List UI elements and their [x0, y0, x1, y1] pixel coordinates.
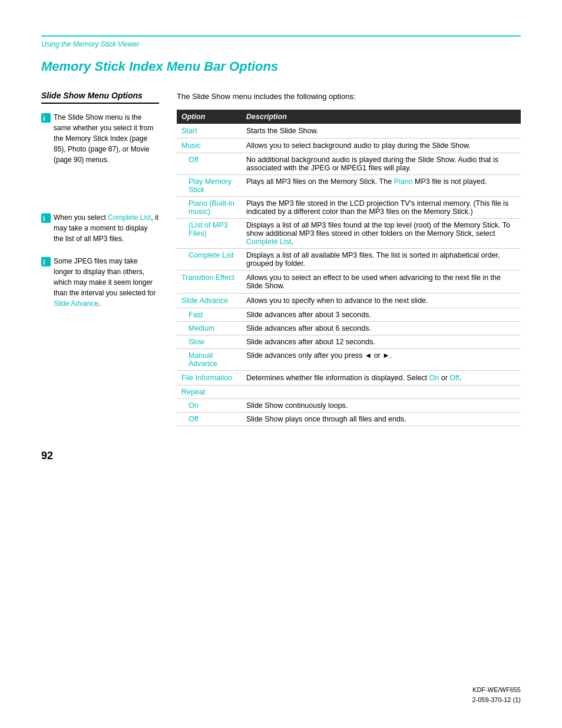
col-option-header: Option: [177, 110, 242, 124]
complete-list-link-table: Complete List: [246, 238, 291, 246]
table-row-list-mp3: (List of MP3 Files) Displays a list of a…: [177, 218, 521, 248]
piano-link: Piano: [394, 177, 413, 186]
option-slow: Slow: [177, 335, 242, 348]
note-icon-3: i: [41, 257, 51, 266]
desc-music-off: No additional background audio is played…: [242, 153, 521, 174]
option-music: Music: [177, 138, 242, 153]
table-row-piano: Piano (Built-in music) Plays the MP3 fil…: [177, 196, 521, 218]
desc-manual-advance: Slide advances only after you press ◄ or…: [242, 348, 521, 370]
desc-slow: Slide advances after about 12 seconds.: [242, 335, 521, 348]
desc-repeat-placeholder: [242, 385, 521, 398]
table-row-repeat-on: Repeat: [177, 385, 521, 398]
option-medium: Medium: [177, 321, 242, 335]
option-start: Start: [177, 124, 242, 139]
table-row-file-information: File Information Determines whether file…: [177, 370, 521, 385]
option-piano: Piano (Built-in music): [177, 196, 242, 218]
desc-transition-effect: Allows you to select an effect to be use…: [242, 270, 521, 293]
on-link: On: [429, 374, 439, 382]
option-fast: Fast: [177, 308, 242, 321]
options-table: Option Description Start Starts the Slid…: [177, 110, 521, 426]
option-repeat: Repeat: [177, 385, 242, 398]
table-row-transition-effect: Transition Effect Allows you to select a…: [177, 270, 521, 293]
table-row-medium: Medium Slide advances after about 6 seco…: [177, 321, 521, 335]
left-notes: i The Slide Show menu is the same whethe…: [41, 112, 159, 309]
desc-off: Slide Show plays once through all files …: [242, 412, 521, 426]
desc-list-mp3: Displays a list of all MP3 files found a…: [242, 218, 521, 248]
note-3: i Some JPEG files may take longer to dis…: [41, 256, 159, 309]
col-description-header: Description: [242, 110, 521, 124]
option-music-off: Off: [177, 153, 242, 174]
option-file-information: File Information: [177, 370, 242, 385]
note-2-text: When you select Complete List, it may ta…: [54, 212, 159, 244]
option-manual-advance: Manual Advance: [177, 348, 242, 370]
desc-play-memory-stick: Plays all MP3 files on the Memory Stick.…: [242, 174, 521, 196]
option-slide-advance: Slide Advance: [177, 293, 242, 308]
footer-line2: 2-059-370-12 (1): [472, 695, 521, 705]
table-row-slide-advance: Slide Advance Allows you to specify when…: [177, 293, 521, 308]
intro-text: The Slide Show menu includes the followi…: [177, 91, 521, 103]
option-play-memory-stick: Play Memory Stick: [177, 174, 242, 196]
page-number: 92: [41, 450, 521, 462]
option-complete-list: Complete List: [177, 248, 242, 270]
desc-medium: Slide advances after about 6 seconds.: [242, 321, 521, 335]
svg-text:i: i: [43, 214, 45, 223]
table-header-row: Option Description: [177, 110, 521, 124]
note-2: i When you select Complete List, it may …: [41, 212, 159, 244]
breadcrumb: Using the Memory Stick Viewer: [41, 40, 521, 48]
note-1-text: The Slide Show menu is the same whether …: [54, 112, 159, 165]
table-row-music-off: Off No additional background audio is pl…: [177, 153, 521, 174]
desc-slide-advance: Allows you to specify when to advance to…: [242, 293, 521, 308]
page-title: Memory Stick Index Menu Bar Options: [41, 59, 521, 74]
note-3-text: Some JPEG files may take longer to displ…: [54, 256, 159, 309]
table-row-start: Start Starts the Slide Show.: [177, 124, 521, 139]
desc-piano: Plays the MP3 file stored in the LCD pro…: [242, 196, 521, 218]
table-row-play-memory-stick: Play Memory Stick Plays all MP3 files on…: [177, 174, 521, 196]
right-column: The Slide Show menu includes the followi…: [177, 91, 521, 426]
desc-complete-list: Displays a list of all available MP3 fil…: [242, 248, 521, 270]
page: Using the Memory Stick Viewer Memory Sti…: [0, 0, 562, 728]
section-title: Slide Show Menu Options: [41, 91, 159, 104]
table-row-complete-list: Complete List Displays a list of all ava…: [177, 248, 521, 270]
table-row-music: Music Allows you to select background au…: [177, 138, 521, 153]
desc-music: Allows you to select background audio to…: [242, 138, 521, 153]
complete-list-link-note: Complete List: [108, 213, 151, 222]
desc-on: Slide Show continuously loops.: [242, 398, 521, 412]
desc-fast: Slide advances after about 3 seconds.: [242, 308, 521, 321]
off-link: Off: [449, 374, 459, 382]
option-off: Off: [177, 412, 242, 426]
left-column: Slide Show Menu Options i The Slide Show…: [41, 91, 159, 426]
slide-advance-link-note: Slide Advance: [54, 299, 98, 308]
option-transition-effect: Transition Effect: [177, 270, 242, 293]
option-list-mp3: (List of MP3 Files): [177, 218, 242, 248]
note-1: i The Slide Show menu is the same whethe…: [41, 112, 159, 165]
table-row-manual-advance: Manual Advance Slide advances only after…: [177, 348, 521, 370]
footer: KDF-WE/WF655 2-059-370-12 (1): [472, 685, 521, 704]
note-icon-2: i: [41, 213, 51, 223]
table-row-repeat-off: Off Slide Show plays once through all fi…: [177, 412, 521, 426]
desc-start: Starts the Slide Show.: [242, 124, 521, 139]
table-row-repeat-on-detail: On Slide Show continuously loops.: [177, 398, 521, 412]
top-rule: [41, 35, 521, 37]
table-row-slow: Slow Slide advances after about 12 secon…: [177, 335, 521, 348]
content-area: Slide Show Menu Options i The Slide Show…: [41, 91, 521, 426]
footer-line1: KDF-WE/WF655: [472, 685, 521, 695]
note-icon-1: i: [41, 113, 51, 123]
table-row-fast: Fast Slide advances after about 3 second…: [177, 308, 521, 321]
svg-text:i: i: [43, 258, 45, 266]
desc-file-information: Determines whether file information is d…: [242, 370, 521, 385]
option-on: On: [177, 398, 242, 412]
svg-text:i: i: [43, 114, 45, 123]
